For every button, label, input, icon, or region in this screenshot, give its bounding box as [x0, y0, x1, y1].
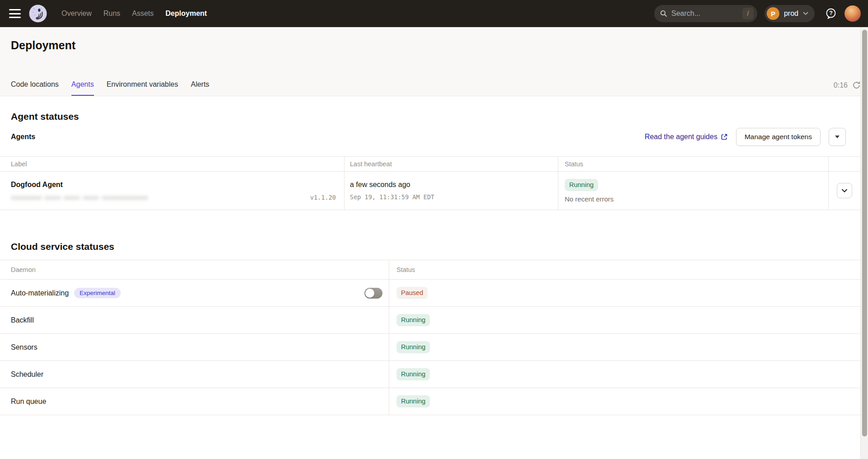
agents-table: Label Last heartbeat Status Dogfood Agen… [0, 156, 860, 210]
manage-agent-tokens-button[interactable]: Manage agent tokens [736, 128, 821, 146]
daemon-name: Auto-materializing [11, 289, 69, 297]
nav-item-deployment[interactable]: Deployment [165, 9, 207, 18]
refresh-icon[interactable] [852, 81, 861, 89]
vertical-scrollbar[interactable] [860, 27, 868, 459]
column-header-label: Label [0, 157, 344, 171]
column-header-daemon: Daemon [0, 260, 389, 279]
experimental-badge: Experimental [74, 288, 121, 298]
agents-controls-row: Agents Read the agent guides Manage agen… [0, 128, 860, 146]
auto-materializing-toggle[interactable] [364, 288, 382, 299]
status-badge: Running [396, 395, 430, 407]
daemon-name: Run queue [11, 398, 46, 406]
dagster-logo[interactable] [29, 5, 47, 23]
page-title: Deployment [11, 39, 868, 52]
deployment-avatar: P [767, 7, 779, 20]
cloud-table-header: Daemon Status [0, 260, 860, 280]
tab-environment-variables[interactable]: Environment variables [107, 76, 178, 96]
deployment-switcher[interactable]: P prod [764, 5, 815, 22]
search-box[interactable]: / [654, 5, 757, 22]
daemon-name: Backfill [11, 316, 34, 324]
agent-errors-text: No recent errors [565, 195, 613, 203]
agent-statuses-heading: Agent statuses [11, 111, 860, 122]
deployment-name: prod [784, 9, 798, 18]
agent-version: v1.1.20 [310, 194, 336, 201]
nav-item-assets[interactable]: Assets [132, 9, 154, 18]
tab-alerts[interactable]: Alerts [191, 76, 209, 96]
user-avatar[interactable] [844, 5, 861, 22]
top-navbar: Overview Runs Assets Deployment / P prod… [0, 0, 868, 27]
cloud-services-table: Daemon Status Auto-materializing Experim… [0, 260, 860, 415]
column-header-actions [829, 157, 860, 171]
agent-guides-link[interactable]: Read the agent guides [645, 133, 728, 141]
search-input[interactable] [671, 9, 742, 18]
agent-guides-link-label: Read the agent guides [645, 133, 717, 141]
daemon-row-backfill: Backfill Running [0, 307, 860, 334]
status-badge: Running [396, 368, 430, 380]
agent-row: Dogfood Agent xxxxxxxx-xxxx-xxxx-xxxx-xx… [0, 172, 860, 210]
status-badge: Paused [396, 287, 428, 299]
column-header-last-heartbeat: Last heartbeat [344, 157, 558, 171]
column-header-status: Status [558, 157, 829, 171]
daemon-name: Scheduler [11, 370, 43, 379]
chevron-down-icon [803, 12, 808, 15]
daemon-row-sensors: Sensors Running [0, 334, 860, 361]
nav-item-overview[interactable]: Overview [61, 9, 92, 18]
column-header-status: Status [389, 260, 860, 279]
cloud-service-statuses-heading: Cloud service statuses [11, 241, 860, 253]
agent-id-blurred: xxxxxxxx-xxxx-xxxx-xxxx-xxxxxxxxxxxx [11, 194, 148, 201]
agent-name: Dogfood Agent [11, 181, 63, 189]
agent-status-badge: Running [565, 179, 598, 191]
daemon-row-run-queue: Run queue Running [0, 388, 860, 415]
main-content: Agent statuses Agents Read the agent gui… [0, 111, 860, 415]
status-badge: Running [396, 314, 430, 326]
tab-agents[interactable]: Agents [71, 76, 94, 96]
nav-item-runs[interactable]: Runs [104, 9, 120, 18]
search-shortcut-key: / [742, 8, 754, 19]
tab-bar: Code locations Agents Environment variab… [0, 76, 868, 96]
agents-subheading: Agents [11, 133, 35, 141]
scrollbar-thumb[interactable] [862, 30, 867, 436]
agent-row-expand-button[interactable] [837, 183, 852, 198]
agent-tokens-dropdown-button[interactable] [829, 128, 846, 146]
daemon-row-auto-materializing: Auto-materializing Experimental Paused [0, 280, 860, 307]
primary-nav: Overview Runs Assets Deployment [61, 9, 207, 18]
heartbeat-relative: a few seconds ago [350, 181, 410, 189]
heartbeat-timestamp: Sep 19, 11:31:59 AM EDT [350, 193, 434, 201]
svg-text:?: ? [829, 10, 833, 16]
help-icon[interactable]: ? [825, 7, 837, 20]
tab-code-locations[interactable]: Code locations [11, 76, 59, 96]
daemon-row-scheduler: Scheduler Running [0, 361, 860, 388]
status-badge: Running [396, 341, 430, 353]
refresh-countdown: 0:16 [834, 81, 848, 89]
external-link-icon [721, 133, 728, 141]
daemon-name: Sensors [11, 343, 38, 351]
agents-table-header: Label Last heartbeat Status [0, 157, 860, 172]
caret-down-icon [835, 136, 840, 138]
page-header: Deployment Code locations Agents Environ… [0, 27, 868, 96]
hamburger-menu-icon[interactable] [9, 9, 21, 18]
chevron-down-icon [841, 189, 848, 193]
search-icon [660, 9, 668, 18]
